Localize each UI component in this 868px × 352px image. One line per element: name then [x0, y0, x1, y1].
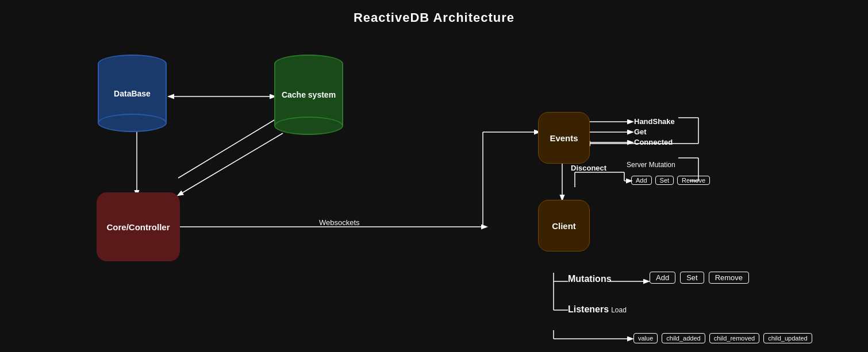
events-label: Events [550, 133, 578, 143]
mut-set-badge: Set [680, 272, 704, 284]
page-title: ReactiveDB Architecture [0, 0, 868, 25]
server-remove-badge: Remove [677, 176, 710, 185]
load-label: Load [611, 306, 627, 314]
svg-line-2 [178, 133, 283, 195]
server-mutation-label: Server Mutation [627, 161, 675, 169]
mutations-label: Mutations [568, 274, 612, 284]
client-label: Client [552, 221, 576, 231]
mut-add-badge: Add [650, 272, 675, 284]
core-label: Core/Controller [106, 222, 170, 232]
core-box: Core/Controller [97, 192, 180, 261]
server-add-badge: Add [631, 176, 652, 185]
events-box: Events [538, 112, 590, 164]
get-label: Get [634, 127, 647, 136]
websockets-label: Websockets [319, 218, 360, 227]
database-label: DataBase [114, 89, 151, 98]
child-updated-badge: child_updated [763, 333, 812, 343]
cache-label: Cache system [282, 90, 336, 99]
value-badge: value [633, 333, 658, 343]
mut-remove-badge: Remove [709, 272, 749, 284]
child-removed-badge: child_removed [709, 333, 760, 343]
child-added-badge: child_added [662, 333, 705, 343]
disconnect-label: Disconect [571, 164, 606, 172]
handshake-label: HandShake [634, 117, 675, 126]
listeners-label: Listeners [568, 304, 609, 315]
server-set-badge: Set [655, 176, 674, 185]
connected-label: Connected [634, 138, 673, 146]
svg-line-3 [178, 115, 283, 178]
client-box: Client [538, 200, 590, 252]
